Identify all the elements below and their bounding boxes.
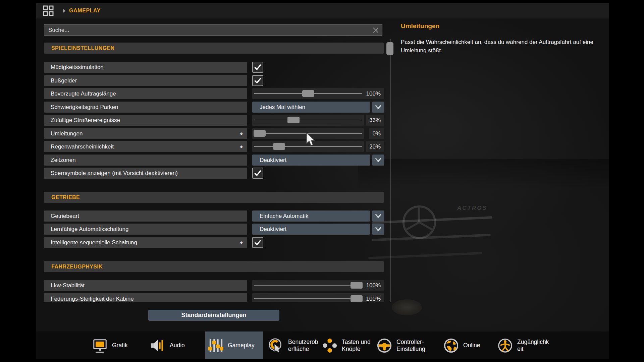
equalizer-icon (208, 338, 223, 353)
tab-online[interactable]: Online (443, 331, 480, 359)
tab-label: Zugänglichk (517, 339, 549, 346)
breadcrumb-bar: GAMEPLAY (36, 3, 609, 18)
section-header-getriebe: GETRIEBE (44, 192, 384, 203)
dropdown[interactable]: Einfache Automatik (252, 210, 370, 222)
setting-label: Bußgelder (51, 75, 77, 86)
setting-row-umleitungen: Umleitungen◆ 0% (44, 128, 384, 139)
check-icon (254, 76, 262, 85)
check-icon (254, 63, 262, 71)
tab-grafik[interactable]: Grafik (92, 331, 128, 359)
headlight-glow (392, 299, 422, 315)
clear-search-icon[interactable] (372, 27, 379, 34)
setting-label: Federungs-Steifigkeit der Kabine (51, 293, 134, 302)
dropdown-button[interactable] (372, 102, 384, 113)
tab-label: Tasten und (342, 339, 371, 346)
steering-wheel-icon (377, 338, 392, 353)
setting-row-bussgelder: Bußgelder (44, 75, 384, 86)
tab-tasten-und-knoepfe[interactable]: Tasten und Knöpfe (322, 331, 371, 359)
slider-handle[interactable] (254, 130, 266, 137)
grid-menu-icon[interactable] (43, 5, 54, 16)
checkbox-checked[interactable] (252, 237, 263, 248)
settings-category-tabs: Grafik Audio (36, 331, 609, 359)
tab-label: eit (517, 346, 549, 353)
check-icon (254, 169, 262, 177)
section-header-spieleinstellungen: SPIELEINSTELLUNGEN (44, 43, 384, 54)
setting-label: Getriebeart (51, 210, 79, 222)
monitor-icon (92, 338, 108, 353)
tab-label: Knöpfe (342, 346, 371, 353)
tab-controller-einstellung[interactable]: Controller- Einstellung (377, 331, 425, 359)
dropdown-button[interactable] (372, 210, 384, 222)
slider[interactable] (252, 293, 364, 302)
cursor-circle-icon (268, 338, 284, 353)
dropdown[interactable]: Deaktiviert (252, 155, 370, 166)
slider[interactable] (252, 115, 364, 126)
slider-value: 100% (363, 280, 384, 291)
help-title: Umleitungen (401, 22, 439, 30)
checkbox-checked[interactable] (252, 75, 263, 86)
actros-badge: ACTROS (457, 205, 487, 212)
check-icon (254, 238, 262, 247)
setting-label: Schwierigkeitsgrad Parken (51, 102, 118, 113)
setting-row-sperrsymbole-anzeigen: Sperrsymbole anzeigen (mit Vorsicht deak… (44, 168, 384, 179)
dropdown-button[interactable] (372, 224, 384, 235)
dropdown[interactable]: Jedes Mal wählen (252, 102, 370, 113)
modified-diamond-icon: ◆ (240, 128, 243, 139)
settings-panel: GAMEPLAY ACTROS Umleitungen Passt die Wa… (36, 3, 609, 359)
slider-handle[interactable] (273, 143, 285, 150)
slider-value: 33% (366, 115, 384, 126)
slider-value: 100% (363, 88, 384, 99)
slider-value: 100% (363, 293, 384, 302)
checkbox-checked[interactable] (252, 62, 263, 73)
setting-row-lernfaehige-automatikschaltung: Lernfähige Automatikschaltung Deaktivier… (44, 224, 384, 235)
speaker-icon (150, 338, 165, 353)
scrollbar-thumb[interactable] (386, 42, 393, 55)
setting-label: Lernfähige Automatikschaltung (51, 224, 129, 235)
setting-row-bevorzugte-auftragslaenge: Bevorzugte Auftragslänge 100% (44, 88, 384, 99)
setting-row-getriebeart: Getriebeart Einfache Automatik (44, 210, 384, 222)
defaults-button[interactable]: Standardeinstellungen (148, 310, 279, 321)
tab-gameplay[interactable]: Gameplay (208, 331, 255, 359)
slider-handle[interactable] (302, 90, 314, 97)
scrollbar-track[interactable] (390, 39, 390, 302)
buttons-icon (322, 338, 337, 353)
tab-label: Audio (170, 342, 185, 349)
setting-label: Intelligente sequentielle Schaltung (51, 237, 137, 248)
slider-value: 0% (369, 128, 384, 139)
tab-label: Einstellung (396, 346, 425, 353)
setting-label: Zufällige Straßenereignisse (51, 115, 120, 126)
chevron-down-icon (374, 212, 382, 220)
dropdown-button[interactable] (372, 155, 384, 166)
slider-handle[interactable] (351, 282, 363, 289)
tab-benutzeroberflaeche[interactable]: Benutzerob erfläche (268, 331, 318, 359)
setting-row-schwierigkeitsgrad-parken: Schwierigkeitsgrad Parken Jedes Mal wähl… (44, 102, 384, 113)
setting-label: Lkw-Stabilität (51, 280, 85, 291)
search-input[interactable] (44, 24, 382, 36)
tab-label: Grafik (112, 342, 128, 349)
modified-diamond-icon: ◆ (240, 237, 243, 248)
chevron-down-icon (374, 225, 382, 233)
section-header-fahrzeugphysik: FAHRZEUGPHYSIK (44, 261, 384, 272)
help-description: Passt die Wahrscheinlichkeit an, dass du… (401, 38, 602, 55)
mouse-cursor (306, 133, 315, 146)
setting-row-regenwahrscheinlichkeit: Regenwahrscheinlichkeit◆ 20% (44, 141, 384, 152)
setting-row-zufaellige-strassenereignisse: Zufällige Straßenereignisse 33% (44, 115, 384, 126)
slider[interactable] (252, 88, 364, 99)
chevron-down-icon (374, 103, 382, 111)
setting-row-intelligente-sequentielle-schaltung: Intelligente sequentielle Schaltung◆ (44, 237, 384, 248)
tab-audio[interactable]: Audio (150, 331, 185, 359)
slider-handle[interactable] (287, 117, 300, 123)
tab-label: erfläche (288, 346, 318, 353)
checkbox-checked[interactable] (252, 168, 263, 179)
setting-label: Bevorzugte Auftragslänge (51, 88, 116, 99)
setting-label: Müdigkeitssimulation (51, 62, 104, 73)
tab-label: Online (463, 342, 480, 349)
setting-row-federungs-steifigkeit: Federungs-Steifigkeit der Kabine 100% (44, 293, 384, 302)
setting-label: Zeitzonen (51, 155, 76, 166)
slider-handle[interactable] (351, 295, 363, 302)
dropdown[interactable]: Deaktiviert (252, 224, 370, 235)
tab-zugaenglichkeit[interactable]: Zugänglichk eit (497, 331, 549, 359)
setting-row-muedigkeitssimulation: Müdigkeitssimulation (44, 62, 384, 73)
slider[interactable] (252, 280, 364, 291)
setting-row-lkw-stabilitaet: Lkw-Stabilität 100% (44, 280, 384, 291)
